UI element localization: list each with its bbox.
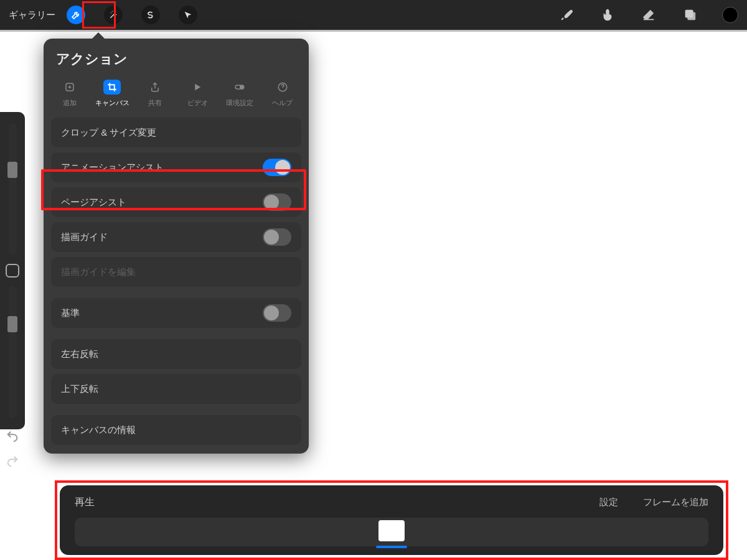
row-canvas-info[interactable]: キャンバスの情報 xyxy=(51,415,301,445)
question-circle-icon xyxy=(277,82,288,93)
actions-button[interactable] xyxy=(67,6,85,24)
play-triangle-icon xyxy=(192,82,203,93)
row-drawing-guide[interactable]: 描画ガイド xyxy=(51,222,301,252)
eraser-icon xyxy=(642,8,655,22)
undo-icon[interactable] xyxy=(6,429,19,443)
tab-video[interactable]: ビデオ xyxy=(176,77,218,110)
adjustments-button[interactable] xyxy=(104,6,123,24)
s-icon xyxy=(146,10,156,20)
cursor-arrow-icon xyxy=(183,10,193,20)
row-reference[interactable]: 基準 xyxy=(51,298,301,328)
transform-button[interactable] xyxy=(179,6,197,24)
row-label: 基準 xyxy=(61,307,80,319)
row-label: アニメーションアシスト xyxy=(61,162,164,174)
gallery-link[interactable]: ギャラリー xyxy=(9,9,55,21)
tab-canvas[interactable]: キャンバス xyxy=(91,77,133,110)
brush-size-slider[interactable] xyxy=(9,123,16,255)
opacity-slider[interactable] xyxy=(9,286,16,418)
toggle-icon xyxy=(234,82,245,93)
timeline-settings[interactable]: 設定 xyxy=(599,497,618,508)
eraser-tool[interactable] xyxy=(640,6,657,24)
actions-list: クロップ & サイズ変更 アニメーションアシスト ページアシスト 描画ガイド 描… xyxy=(44,113,309,445)
tab-label: 環境設定 xyxy=(226,98,253,108)
row-label: 上下反転 xyxy=(61,383,98,395)
left-sidebar xyxy=(0,112,25,429)
add-frame-button[interactable]: フレームを追加 xyxy=(643,497,708,508)
tab-label: 追加 xyxy=(63,98,77,108)
layers-tool[interactable] xyxy=(681,6,698,24)
row-flip-vertical[interactable]: 上下反転 xyxy=(51,374,301,404)
color-picker[interactable] xyxy=(722,7,738,23)
top-toolbar: ギャラリー xyxy=(0,0,747,30)
tab-label: キャンバス xyxy=(95,98,129,108)
row-label: ページアシスト xyxy=(61,197,126,208)
row-label: キャンバスの情報 xyxy=(61,424,136,436)
layers-icon xyxy=(683,8,697,22)
tab-prefs[interactable]: 環境設定 xyxy=(218,77,261,110)
brush-icon xyxy=(560,8,573,22)
tab-add[interactable]: 追加 xyxy=(49,77,91,110)
popover-title: アクション xyxy=(44,50,309,77)
toggle-animation-assist[interactable] xyxy=(263,159,291,176)
actions-popover: アクション 追加 キャンバス 共有 ビデオ 環境設定 ヘルプ クロップ & サイ… xyxy=(44,39,309,454)
tab-share[interactable]: 共有 xyxy=(134,77,176,110)
row-label: クロップ & サイズ変更 xyxy=(61,127,156,139)
row-flip-horizontal[interactable]: 左右反転 xyxy=(51,339,301,369)
svg-rect-1 xyxy=(687,12,695,20)
actions-tabs: 追加 キャンバス 共有 ビデオ 環境設定 ヘルプ xyxy=(44,77,309,113)
canvas-crop-icon xyxy=(106,82,118,93)
toolbar-right xyxy=(534,6,738,24)
toggle-page-assist[interactable] xyxy=(263,194,291,211)
row-label: 左右反転 xyxy=(61,348,98,360)
smudge-tool[interactable] xyxy=(599,6,616,24)
redo-icon[interactable] xyxy=(6,454,19,468)
svg-point-4 xyxy=(240,86,243,89)
slider-thumb[interactable] xyxy=(7,162,17,178)
row-animation-assist[interactable]: アニメーションアシスト xyxy=(51,152,301,182)
frame-thumbnail[interactable] xyxy=(378,520,405,541)
toggle-reference[interactable] xyxy=(263,304,291,322)
row-page-assist[interactable]: ページアシスト xyxy=(51,187,301,217)
row-label: 描画ガイドを編集 xyxy=(61,266,136,278)
slider-thumb[interactable] xyxy=(7,316,17,332)
tab-help[interactable]: ヘルプ xyxy=(261,77,304,110)
row-crop-resize[interactable]: クロップ & サイズ変更 xyxy=(51,118,301,147)
selection-button[interactable] xyxy=(141,6,160,24)
tab-label: ビデオ xyxy=(187,98,208,108)
plus-square-icon xyxy=(64,82,75,93)
toggle-drawing-guide[interactable] xyxy=(263,228,291,246)
undo-redo-group xyxy=(0,429,25,468)
row-label: 描画ガイド xyxy=(61,231,108,243)
finger-smudge-icon xyxy=(601,8,614,22)
play-button[interactable]: 再生 xyxy=(75,496,95,509)
frame-selection-indicator xyxy=(376,546,407,548)
share-up-icon xyxy=(149,82,161,93)
timeline-track[interactable] xyxy=(75,518,708,546)
timeline-header: 再生 設定 フレームを追加 xyxy=(75,493,708,511)
modify-button[interactable] xyxy=(6,264,19,278)
brush-tool[interactable] xyxy=(558,6,575,24)
magic-wand-icon xyxy=(108,10,118,20)
toolbar-shadow xyxy=(0,30,747,32)
tab-label: 共有 xyxy=(148,98,162,108)
wrench-icon xyxy=(71,10,81,20)
row-edit-drawing-guide: 描画ガイドを編集 xyxy=(51,257,301,287)
animation-timeline: 再生 設定 フレームを追加 xyxy=(60,485,723,555)
tab-label: ヘルプ xyxy=(272,98,293,108)
